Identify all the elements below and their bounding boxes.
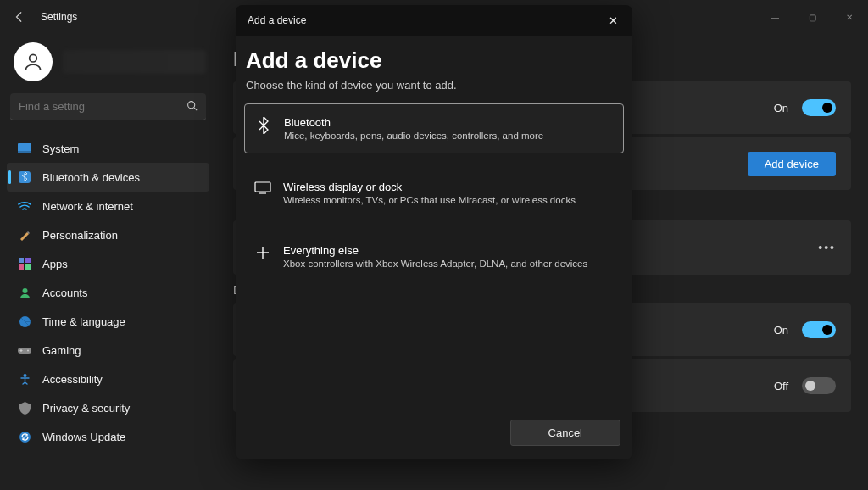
svg-line-2 — [194, 107, 197, 109]
back-arrow-icon — [14, 11, 25, 23]
personalization-icon — [17, 227, 32, 242]
option-desc: Mice, keyboards, pens, audio devices, co… — [284, 131, 613, 141]
device-option-wireless-display[interactable]: Wireless display or dock Wireless monito… — [244, 169, 624, 217]
more-icon[interactable]: ••• — [818, 241, 836, 254]
update-icon — [17, 429, 32, 444]
accounts-icon — [17, 285, 32, 300]
svg-rect-7 — [25, 258, 31, 263]
add-device-dialog: Add a device ✕ Add a device Choose the k… — [236, 5, 632, 459]
dialog-footer: Cancel — [244, 420, 624, 451]
sidebar-item-label: Privacy & security — [42, 402, 130, 415]
add-device-button[interactable]: Add device — [748, 152, 836, 176]
settings-window: Settings — ▢ ✕ System Blu — [0, 0, 868, 490]
sidebar-item-network[interactable]: Network & internet — [7, 192, 209, 220]
gaming-icon — [17, 342, 32, 358]
setting-toggle[interactable] — [802, 321, 836, 338]
device-option-everything-else[interactable]: Everything else Xbox controllers with Xb… — [244, 232, 624, 281]
sidebar: System Bluetooth & devices Network & int… — [0, 34, 216, 490]
bluetooth-icon — [17, 170, 32, 185]
sidebar-item-windows-update[interactable]: Windows Update — [7, 422, 209, 451]
back-button[interactable] — [7, 4, 32, 30]
time-icon — [17, 314, 32, 329]
sidebar-item-accounts[interactable]: Accounts — [7, 278, 209, 307]
sidebar-item-label: Gaming — [42, 344, 81, 357]
avatar — [14, 42, 53, 81]
maximize-button[interactable]: ▢ — [793, 4, 831, 30]
sidebar-item-privacy[interactable]: Privacy & security — [7, 393, 209, 422]
toggle-state-label: On — [774, 102, 788, 114]
search-input-wrapper[interactable] — [10, 93, 206, 120]
option-title: Bluetooth — [284, 116, 613, 129]
dialog-subheading: Choose the kind of device you want to ad… — [246, 79, 624, 92]
sidebar-item-apps[interactable]: Apps — [7, 249, 209, 278]
svg-point-14 — [23, 374, 26, 377]
search-icon — [186, 100, 198, 114]
sidebar-item-label: Windows Update — [42, 431, 125, 443]
svg-point-10 — [22, 288, 27, 293]
dialog-body: Add a device Choose the kind of device y… — [236, 36, 632, 459]
toggle-state-label: On — [774, 324, 788, 337]
dialog-heading: Add a device — [246, 47, 624, 74]
svg-point-0 — [30, 54, 37, 62]
privacy-icon — [17, 400, 32, 415]
window-title: Settings — [41, 11, 77, 23]
profile-block[interactable] — [7, 42, 209, 93]
sidebar-item-system[interactable]: System — [7, 134, 209, 163]
svg-rect-9 — [25, 264, 31, 270]
system-icon — [17, 141, 32, 156]
svg-point-13 — [27, 349, 29, 351]
sidebar-item-accessibility[interactable]: Accessibility — [7, 365, 209, 393]
person-icon — [22, 51, 44, 73]
sidebar-item-label: Network & internet — [42, 200, 133, 213]
option-title: Everything else — [283, 244, 614, 257]
bluetooth-icon — [255, 117, 272, 134]
sidebar-item-bluetooth-devices[interactable]: Bluetooth & devices — [7, 163, 209, 192]
sidebar-item-label: System — [42, 142, 79, 155]
device-option-bluetooth[interactable]: Bluetooth Mice, keyboards, pens, audio d… — [244, 103, 624, 153]
display-icon — [254, 181, 271, 194]
sidebar-nav: System Bluetooth & devices Network & int… — [7, 134, 209, 451]
svg-point-1 — [188, 101, 195, 108]
sidebar-item-label: Personalization — [42, 229, 118, 242]
plus-icon — [254, 245, 271, 260]
sidebar-item-personalization[interactable]: Personalization — [7, 220, 209, 249]
accessibility-icon — [17, 371, 32, 387]
sidebar-item-time-language[interactable]: Time & language — [7, 307, 209, 336]
sidebar-item-label: Apps — [42, 258, 68, 270]
profile-info-redacted — [63, 50, 206, 74]
wifi-icon — [17, 198, 32, 214]
sidebar-item-label: Accounts — [42, 287, 87, 299]
option-desc: Wireless monitors, TVs, or PCs that use … — [283, 195, 614, 205]
minimize-button[interactable]: — — [756, 4, 793, 30]
svg-rect-8 — [19, 264, 24, 270]
sidebar-item-label: Bluetooth & devices — [42, 171, 140, 184]
dialog-close-button[interactable]: ✕ — [598, 8, 627, 32]
toggle-state-label: Off — [774, 380, 788, 393]
metered-toggle[interactable] — [802, 377, 836, 394]
cancel-button[interactable]: Cancel — [510, 420, 620, 446]
svg-rect-12 — [18, 348, 31, 354]
window-controls: — ▢ ✕ — [756, 4, 868, 30]
svg-point-15 — [19, 432, 31, 443]
svg-rect-16 — [255, 182, 270, 192]
sidebar-item-gaming[interactable]: Gaming — [7, 336, 209, 365]
dialog-title: Add a device — [248, 14, 306, 26]
sidebar-item-label: Accessibility — [42, 373, 103, 386]
option-desc: Xbox controllers with Xbox Wireless Adap… — [283, 259, 614, 269]
svg-rect-4 — [18, 151, 31, 153]
sidebar-item-label: Time & language — [42, 315, 125, 328]
bluetooth-toggle[interactable] — [802, 99, 836, 116]
apps-icon — [17, 256, 32, 271]
option-title: Wireless display or dock — [283, 181, 614, 193]
close-window-button[interactable]: ✕ — [831, 4, 868, 30]
dialog-titlebar: Add a device ✕ — [236, 5, 632, 36]
search-input[interactable] — [19, 100, 186, 113]
svg-rect-6 — [19, 258, 24, 263]
